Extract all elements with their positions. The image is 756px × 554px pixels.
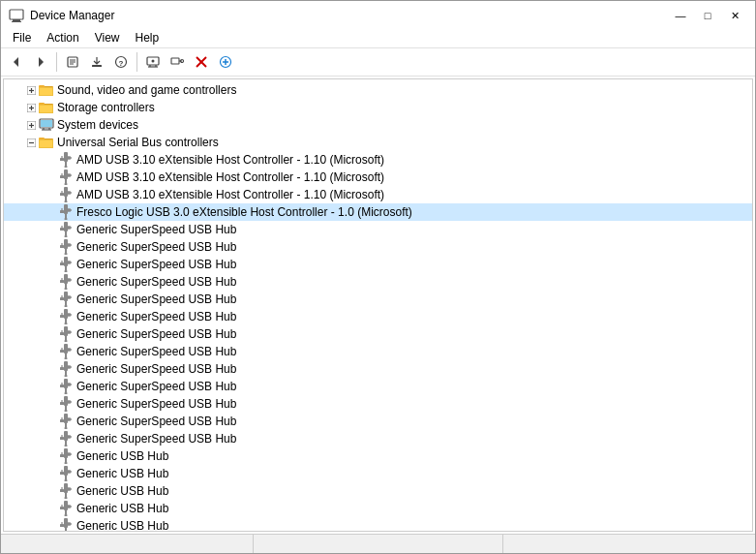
tree-item[interactable]: AMD USB 3.10 eXtensible Host Controller … (4, 169, 752, 186)
status-panel-1 (5, 535, 254, 553)
maximize-button[interactable]: □ (695, 7, 720, 24)
help-button[interactable]: ? (109, 50, 133, 74)
svg-rect-224 (64, 518, 68, 528)
svg-rect-45 (41, 120, 52, 127)
menu-file[interactable]: File (5, 28, 39, 47)
category-icon (39, 117, 54, 133)
expand-placeholder (43, 483, 58, 499)
device-manager-icon-button[interactable] (166, 50, 189, 74)
svg-point-122 (65, 305, 68, 308)
tree-item[interactable]: Generic SuperSpeed USB Hub (4, 343, 752, 360)
usb-device-icon (58, 239, 74, 255)
svg-point-114 (65, 288, 68, 291)
tree-item[interactable]: Generic USB Hub (4, 517, 752, 531)
svg-rect-197 (60, 454, 64, 457)
svg-rect-221 (60, 507, 64, 509)
tree-item-label: Generic SuperSpeed USB Hub (76, 275, 236, 289)
add-device-button[interactable] (214, 50, 237, 74)
tree-item-label: Generic SuperSpeed USB Hub (76, 380, 236, 393)
svg-rect-101 (60, 245, 64, 248)
minimize-button[interactable]: — (668, 7, 693, 24)
tree-item[interactable]: System devices (4, 116, 752, 134)
svg-rect-128 (64, 309, 68, 319)
svg-marker-3 (14, 57, 18, 67)
menu-action[interactable]: Action (39, 28, 86, 47)
svg-rect-144 (64, 344, 68, 354)
expand-button[interactable] (23, 100, 39, 115)
tree-item[interactable]: Generic USB Hub (4, 465, 752, 482)
scan-button[interactable] (141, 50, 165, 74)
tree-item[interactable]: Generic SuperSpeed USB Hub (4, 221, 752, 238)
svg-rect-213 (60, 489, 64, 492)
expand-placeholder (43, 396, 58, 412)
svg-rect-1 (13, 19, 20, 21)
toolbar-sep-1 (56, 52, 57, 72)
usb-device-icon (58, 501, 74, 516)
usb-device-icon (58, 169, 74, 185)
tree-item[interactable]: Generic SuperSpeed USB Hub (4, 291, 752, 308)
tree-item[interactable]: Generic SuperSpeed USB Hub (4, 273, 752, 291)
tree-item[interactable]: Generic SuperSpeed USB Hub (4, 308, 752, 325)
tree-item[interactable]: Fresco Logic USB 3.0 eXtensible Host Con… (4, 203, 752, 221)
tree-item-label: Generic SuperSpeed USB Hub (76, 432, 236, 446)
tree-item[interactable]: Generic USB Hub (4, 447, 752, 465)
tree-item[interactable]: AMD USB 3.10 eXtensible Host Controller … (4, 186, 752, 203)
properties-button[interactable] (61, 50, 84, 74)
tree-item-label: Generic SuperSpeed USB Hub (76, 223, 236, 236)
tree-item[interactable]: Generic SuperSpeed USB Hub (4, 238, 752, 256)
tree-item[interactable]: Generic SuperSpeed USB Hub (4, 325, 752, 343)
tree-item[interactable]: Sound, video and game controllers (4, 81, 752, 99)
tree-item[interactable]: Generic SuperSpeed USB Hub (4, 430, 752, 447)
close-button[interactable]: ✕ (722, 7, 747, 24)
expand-placeholder (43, 187, 58, 202)
title-bar-left: Device Manager (9, 8, 114, 23)
expand-placeholder (43, 152, 58, 168)
expand-placeholder (43, 292, 58, 307)
usb-device-icon (58, 396, 74, 412)
update-driver-button[interactable] (85, 50, 108, 74)
expand-placeholder (43, 501, 58, 516)
tree-item[interactable]: Generic USB Hub (4, 482, 752, 500)
svg-point-170 (65, 410, 68, 413)
back-button[interactable] (5, 50, 28, 74)
forward-button[interactable] (29, 50, 52, 74)
svg-point-138 (65, 340, 68, 343)
usb-device-icon (58, 344, 74, 359)
svg-point-162 (65, 392, 68, 395)
tree-item-label: Universal Serial Bus controllers (57, 136, 219, 149)
tree-item-label: Generic SuperSpeed USB Hub (76, 415, 236, 428)
tree-item-label: Generic SuperSpeed USB Hub (76, 397, 236, 411)
svg-rect-69 (60, 175, 64, 178)
tree-item[interactable]: Generic USB Hub (4, 500, 752, 517)
expand-button[interactable] (23, 82, 39, 98)
svg-rect-88 (64, 222, 68, 231)
status-panel-2 (254, 535, 502, 553)
tree-item[interactable]: Generic SuperSpeed USB Hub (4, 413, 752, 430)
tree-item-label: AMD USB 3.10 eXtensible Host Controller … (76, 153, 384, 167)
expand-placeholder (43, 344, 58, 359)
menu-view[interactable]: View (87, 28, 128, 47)
tree-item-label: Fresco Logic USB 3.0 eXtensible Host Con… (76, 205, 412, 219)
expand-button[interactable] (23, 117, 39, 133)
tree-item[interactable]: Generic SuperSpeed USB Hub (4, 395, 752, 413)
tree-item[interactable]: Generic SuperSpeed USB Hub (4, 378, 752, 395)
tree-item[interactable]: Generic SuperSpeed USB Hub (4, 360, 752, 378)
menu-help[interactable]: Help (128, 28, 167, 47)
svg-rect-56 (64, 152, 68, 162)
remove-device-button[interactable] (190, 50, 213, 74)
svg-text:?: ? (119, 59, 124, 68)
tree-item[interactable]: Generic SuperSpeed USB Hub (4, 256, 752, 273)
svg-point-106 (65, 270, 68, 273)
svg-rect-55 (40, 140, 52, 147)
tree-item-label: Generic SuperSpeed USB Hub (76, 362, 236, 376)
tree-container[interactable]: Sound, video and game controllers Storag… (4, 79, 752, 531)
tree-item[interactable]: AMD USB 3.10 eXtensible Host Controller … (4, 151, 752, 169)
usb-device-icon (58, 483, 74, 499)
tree-item[interactable]: Universal Serial Bus controllers (4, 134, 752, 151)
usb-device-icon (58, 222, 74, 237)
svg-rect-157 (60, 367, 64, 370)
svg-point-66 (65, 183, 68, 186)
svg-point-82 (65, 218, 68, 221)
tree-item[interactable]: Storage controllers (4, 99, 752, 116)
expand-button[interactable] (23, 135, 39, 150)
